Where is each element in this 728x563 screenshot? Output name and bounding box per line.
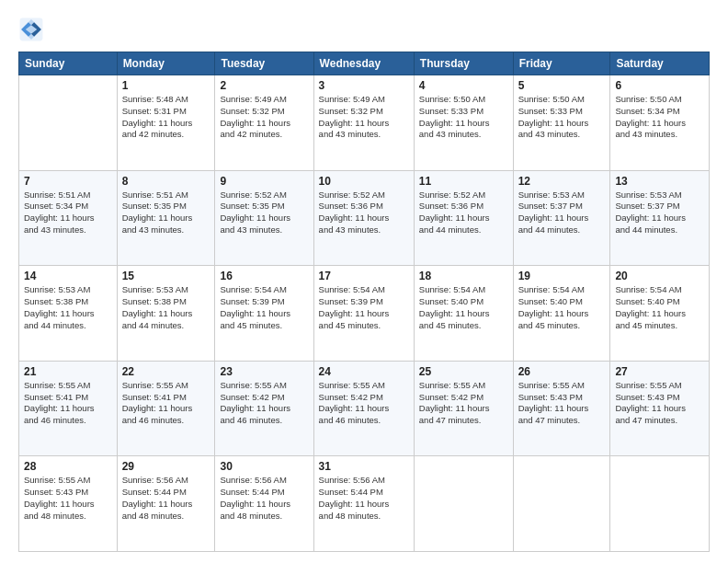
day-info: Sunrise: 5:55 AM Sunset: 5:43 PM Dayligh… [615,380,704,427]
calendar-cell: 17Sunrise: 5:54 AM Sunset: 5:39 PM Dayli… [313,266,414,362]
calendar-cell: 1Sunrise: 5:48 AM Sunset: 5:31 PM Daylig… [117,75,215,171]
day-number: 20 [615,270,704,282]
page: SundayMondayTuesdayWednesdayThursdayFrid… [0,0,728,563]
day-number: 12 [518,175,606,188]
day-number: 25 [419,365,508,378]
week-row-3: 14Sunrise: 5:53 AM Sunset: 5:38 PM Dayli… [19,266,710,362]
calendar-cell: 22Sunrise: 5:55 AM Sunset: 5:41 PM Dayli… [117,361,215,456]
day-number: 2 [220,79,308,92]
calendar-cell [610,456,710,552]
day-info: Sunrise: 5:51 AM Sunset: 5:34 PM Dayligh… [24,190,112,236]
calendar-cell: 27Sunrise: 5:55 AM Sunset: 5:43 PM Dayli… [610,361,710,456]
column-header-saturday: Saturday [610,52,710,75]
day-number: 7 [24,175,112,188]
calendar-cell: 25Sunrise: 5:55 AM Sunset: 5:42 PM Dayli… [414,361,513,456]
column-header-monday: Monday [117,52,215,75]
calendar-cell: 30Sunrise: 5:56 AM Sunset: 5:44 PM Dayli… [215,456,313,552]
calendar-cell: 24Sunrise: 5:55 AM Sunset: 5:42 PM Dayli… [313,361,414,456]
day-info: Sunrise: 5:52 AM Sunset: 5:36 PM Dayligh… [319,190,409,236]
day-number: 15 [122,270,210,282]
day-number: 22 [122,365,210,378]
calendar-cell: 2Sunrise: 5:49 AM Sunset: 5:32 PM Daylig… [215,75,313,171]
calendar-cell: 20Sunrise: 5:54 AM Sunset: 5:40 PM Dayli… [610,266,710,362]
day-info: Sunrise: 5:52 AM Sunset: 5:36 PM Dayligh… [419,190,508,236]
calendar-cell: 11Sunrise: 5:52 AM Sunset: 5:36 PM Dayli… [414,170,513,266]
calendar-cell: 13Sunrise: 5:53 AM Sunset: 5:37 PM Dayli… [610,170,710,266]
day-info: Sunrise: 5:54 AM Sunset: 5:39 PM Dayligh… [319,284,409,331]
calendar-cell: 10Sunrise: 5:52 AM Sunset: 5:36 PM Dayli… [313,170,414,266]
calendar-cell: 19Sunrise: 5:54 AM Sunset: 5:40 PM Dayli… [513,266,610,362]
day-number: 14 [24,270,112,282]
calendar-cell: 21Sunrise: 5:55 AM Sunset: 5:41 PM Dayli… [19,361,118,456]
week-row-2: 7Sunrise: 5:51 AM Sunset: 5:34 PM Daylig… [19,170,710,266]
column-header-thursday: Thursday [414,52,513,75]
day-info: Sunrise: 5:49 AM Sunset: 5:32 PM Dayligh… [220,94,308,141]
day-number: 23 [220,365,308,378]
day-number: 26 [518,365,606,378]
day-info: Sunrise: 5:55 AM Sunset: 5:43 PM Dayligh… [518,380,606,427]
day-info: Sunrise: 5:48 AM Sunset: 5:31 PM Dayligh… [122,94,210,141]
day-info: Sunrise: 5:56 AM Sunset: 5:44 PM Dayligh… [220,475,308,522]
calendar-cell: 9Sunrise: 5:52 AM Sunset: 5:35 PM Daylig… [215,170,313,266]
day-info: Sunrise: 5:54 AM Sunset: 5:40 PM Dayligh… [518,284,606,331]
logo-icon [18,17,44,42]
calendar-cell: 16Sunrise: 5:54 AM Sunset: 5:39 PM Dayli… [215,266,313,362]
day-number: 21 [24,365,112,378]
day-info: Sunrise: 5:55 AM Sunset: 5:41 PM Dayligh… [24,380,112,427]
day-number: 18 [419,270,508,282]
day-info: Sunrise: 5:55 AM Sunset: 5:43 PM Dayligh… [24,475,112,522]
day-number: 1 [122,79,210,92]
calendar-header-row: SundayMondayTuesdayWednesdayThursdayFrid… [19,52,710,75]
day-info: Sunrise: 5:54 AM Sunset: 5:40 PM Dayligh… [615,284,704,331]
day-info: Sunrise: 5:53 AM Sunset: 5:38 PM Dayligh… [122,284,210,331]
day-number: 29 [122,460,210,473]
day-info: Sunrise: 5:54 AM Sunset: 5:39 PM Dayligh… [220,284,308,331]
day-number: 24 [319,365,409,378]
day-number: 10 [319,175,409,188]
day-number: 5 [518,79,606,92]
calendar-cell: 3Sunrise: 5:49 AM Sunset: 5:32 PM Daylig… [313,75,414,171]
calendar-cell: 28Sunrise: 5:55 AM Sunset: 5:43 PM Dayli… [19,456,118,552]
calendar-cell: 23Sunrise: 5:55 AM Sunset: 5:42 PM Dayli… [215,361,313,456]
calendar-cell: 29Sunrise: 5:56 AM Sunset: 5:44 PM Dayli… [117,456,215,552]
day-info: Sunrise: 5:50 AM Sunset: 5:34 PM Dayligh… [615,94,704,141]
calendar-cell: 31Sunrise: 5:56 AM Sunset: 5:44 PM Dayli… [313,456,414,552]
day-number: 17 [319,270,409,282]
column-header-tuesday: Tuesday [215,52,313,75]
column-header-friday: Friday [513,52,610,75]
column-header-wednesday: Wednesday [313,52,414,75]
calendar-cell: 12Sunrise: 5:53 AM Sunset: 5:37 PM Dayli… [513,170,610,266]
calendar-table: SundayMondayTuesdayWednesdayThursdayFrid… [18,52,710,552]
day-info: Sunrise: 5:55 AM Sunset: 5:42 PM Dayligh… [220,380,308,427]
calendar-cell: 18Sunrise: 5:54 AM Sunset: 5:40 PM Dayli… [414,266,513,362]
calendar-cell [513,456,610,552]
calendar-cell [414,456,513,552]
day-number: 28 [24,460,112,473]
day-info: Sunrise: 5:50 AM Sunset: 5:33 PM Dayligh… [419,94,508,141]
calendar-cell: 15Sunrise: 5:53 AM Sunset: 5:38 PM Dayli… [117,266,215,362]
day-number: 6 [615,79,704,92]
calendar-cell [19,75,118,171]
day-info: Sunrise: 5:55 AM Sunset: 5:41 PM Dayligh… [122,380,210,427]
week-row-4: 21Sunrise: 5:55 AM Sunset: 5:41 PM Dayli… [19,361,710,456]
day-info: Sunrise: 5:50 AM Sunset: 5:33 PM Dayligh… [518,94,606,141]
day-info: Sunrise: 5:53 AM Sunset: 5:37 PM Dayligh… [518,190,606,236]
day-info: Sunrise: 5:56 AM Sunset: 5:44 PM Dayligh… [122,475,210,522]
header [18,17,710,42]
day-info: Sunrise: 5:54 AM Sunset: 5:40 PM Dayligh… [419,284,508,331]
day-number: 3 [319,79,409,92]
calendar-cell: 26Sunrise: 5:55 AM Sunset: 5:43 PM Dayli… [513,361,610,456]
day-number: 8 [122,175,210,188]
calendar-cell: 7Sunrise: 5:51 AM Sunset: 5:34 PM Daylig… [19,170,118,266]
day-number: 27 [615,365,704,378]
day-number: 4 [419,79,508,92]
day-info: Sunrise: 5:55 AM Sunset: 5:42 PM Dayligh… [319,380,409,427]
calendar-cell: 14Sunrise: 5:53 AM Sunset: 5:38 PM Dayli… [19,266,118,362]
day-info: Sunrise: 5:53 AM Sunset: 5:37 PM Dayligh… [615,190,704,236]
day-number: 9 [220,175,308,188]
day-number: 11 [419,175,508,188]
calendar-cell: 5Sunrise: 5:50 AM Sunset: 5:33 PM Daylig… [513,75,610,171]
day-info: Sunrise: 5:55 AM Sunset: 5:42 PM Dayligh… [419,380,508,427]
column-header-sunday: Sunday [19,52,118,75]
logo [18,17,48,42]
